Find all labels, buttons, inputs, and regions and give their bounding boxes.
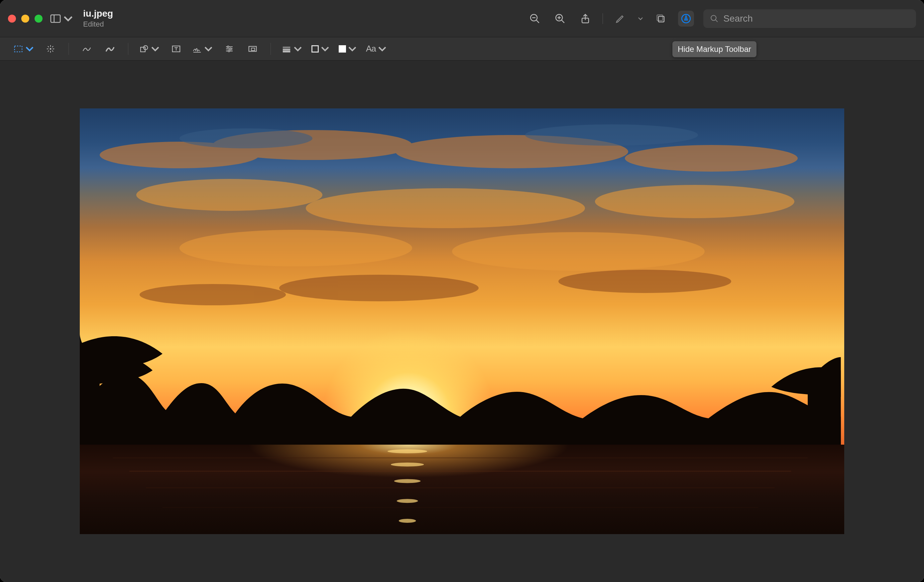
zoom-in-button[interactable] xyxy=(552,11,568,26)
svg-point-56 xyxy=(525,124,698,146)
share-button[interactable] xyxy=(578,11,593,26)
tooltip-text: Hide Markup Toolbar xyxy=(678,45,751,53)
share-icon xyxy=(580,13,591,24)
svg-point-53 xyxy=(558,270,731,293)
title-group: iu.jpeg Edited xyxy=(83,9,113,28)
svg-line-3 xyxy=(536,20,539,23)
svg-line-24 xyxy=(52,46,53,47)
sketch-icon xyxy=(82,44,92,54)
svg-rect-11 xyxy=(657,15,663,20)
adjust-size-tool[interactable] xyxy=(245,41,260,56)
search-field[interactable] xyxy=(703,9,916,28)
zoom-in-icon xyxy=(554,13,566,24)
chevron-down-icon xyxy=(320,44,330,54)
svg-point-62 xyxy=(391,463,424,466)
sidebar-toggle-button[interactable] xyxy=(50,11,74,26)
instant-alpha-tool[interactable] xyxy=(43,41,58,56)
chevron-down-icon xyxy=(347,44,357,54)
tooltip: Hide Markup Toolbar xyxy=(672,41,756,57)
svg-point-65 xyxy=(399,519,416,523)
chevron-down-icon xyxy=(25,44,35,54)
svg-point-35 xyxy=(227,46,229,48)
svg-point-64 xyxy=(397,499,418,503)
svg-point-47 xyxy=(136,179,322,211)
zoom-window-button[interactable] xyxy=(35,15,43,23)
adjust-color-icon xyxy=(224,44,234,54)
svg-rect-39 xyxy=(251,48,254,51)
separator xyxy=(602,13,603,24)
chevron-down-icon xyxy=(63,13,74,24)
text-tool[interactable] xyxy=(169,41,183,56)
svg-rect-10 xyxy=(658,16,664,21)
rectangular-selection-tool[interactable] xyxy=(13,41,35,56)
svg-line-15 xyxy=(716,20,718,21)
zoom-out-icon xyxy=(529,13,540,24)
svg-point-14 xyxy=(711,15,716,20)
rotate-button[interactable] xyxy=(653,11,669,26)
chevron-down-icon[interactable] xyxy=(637,16,644,21)
border-color-icon xyxy=(312,45,319,53)
minimize-window-button[interactable] xyxy=(21,15,29,23)
adjust-color-tool[interactable] xyxy=(222,41,237,56)
svg-line-22 xyxy=(48,46,49,47)
svg-line-23 xyxy=(52,51,53,51)
draw-tool[interactable] xyxy=(103,41,117,56)
rectangular-selection-icon xyxy=(13,44,23,54)
svg-point-27 xyxy=(144,46,148,50)
sidebar-icon xyxy=(50,13,61,24)
sketch-tool[interactable] xyxy=(79,41,94,56)
svg-point-55 xyxy=(180,128,312,148)
svg-point-61 xyxy=(388,449,427,453)
shapes-tool[interactable] xyxy=(139,41,160,56)
svg-point-48 xyxy=(306,188,585,228)
water-reflection xyxy=(80,445,841,534)
markup-toolbar: Aa xyxy=(0,37,924,61)
svg-point-36 xyxy=(230,48,231,50)
chevron-down-icon xyxy=(377,44,387,54)
svg-point-37 xyxy=(228,50,230,51)
text-style-icon: Aa xyxy=(366,43,376,54)
markup-toggle-button[interactable] xyxy=(678,11,694,26)
file-subtitle: Edited xyxy=(83,20,113,28)
close-window-button[interactable] xyxy=(8,15,16,23)
chevron-down-icon xyxy=(203,44,213,54)
svg-line-25 xyxy=(48,51,49,51)
highlight-icon xyxy=(615,13,626,24)
draw-icon xyxy=(105,44,115,54)
file-title: iu.jpeg xyxy=(83,9,113,19)
svg-point-54 xyxy=(140,284,286,305)
svg-point-46 xyxy=(625,145,798,172)
border-color-button[interactable] xyxy=(312,41,330,56)
fill-color-button[interactable] xyxy=(339,41,357,56)
adjust-size-icon xyxy=(248,44,257,54)
rotate-icon xyxy=(655,13,667,24)
fill-color-icon xyxy=(339,45,346,53)
window-controls xyxy=(8,15,43,23)
svg-point-52 xyxy=(279,275,478,301)
shapes-icon xyxy=(139,44,149,54)
chevron-down-icon xyxy=(150,44,160,54)
zoom-out-button[interactable] xyxy=(527,11,543,26)
svg-point-17 xyxy=(50,48,51,50)
svg-point-49 xyxy=(595,185,794,218)
sign-icon xyxy=(192,44,202,54)
shape-style-button[interactable] xyxy=(282,41,303,56)
toolbar-right xyxy=(527,9,916,28)
image-canvas[interactable] xyxy=(0,61,924,582)
markup-icon xyxy=(680,13,692,24)
sign-tool[interactable] xyxy=(192,41,213,56)
search-icon xyxy=(710,14,719,23)
text-icon xyxy=(171,44,181,54)
svg-point-63 xyxy=(394,479,421,483)
separator xyxy=(271,43,271,55)
svg-rect-16 xyxy=(15,46,22,52)
svg-rect-0 xyxy=(51,15,60,22)
highlight-button[interactable] xyxy=(612,11,628,26)
separator xyxy=(128,43,128,55)
text-style-button[interactable]: Aa xyxy=(366,41,387,56)
svg-point-51 xyxy=(452,232,705,271)
shape-style-icon xyxy=(282,44,292,54)
chevron-down-icon xyxy=(293,44,303,54)
instant-alpha-icon xyxy=(46,44,56,54)
search-input[interactable] xyxy=(723,13,909,24)
